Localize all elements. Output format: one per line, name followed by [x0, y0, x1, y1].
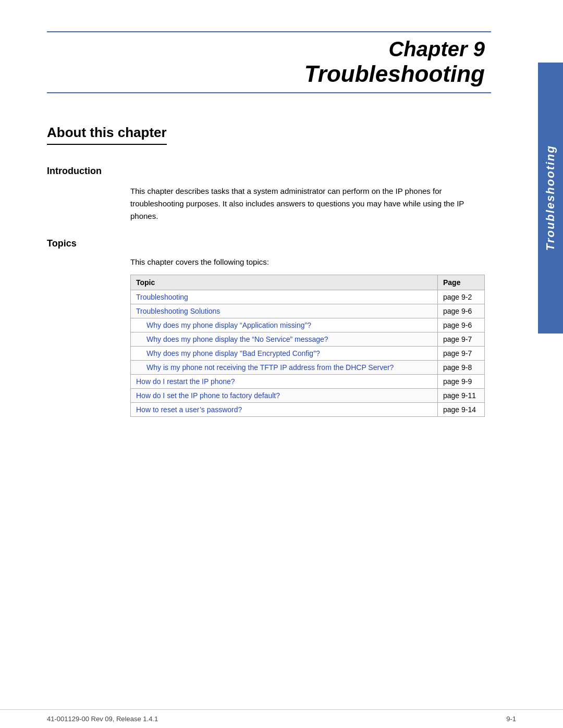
table-cell-page: page 9-7 — [438, 347, 485, 361]
top-rule — [47, 31, 491, 32]
topics-heading: Topics — [47, 238, 516, 249]
table-cell-topic[interactable]: Troubleshooting Solutions — [131, 304, 438, 318]
table-row: Why does my phone display “Application m… — [131, 318, 485, 332]
footer: 41-001129-00 Rev 09, Release 1.4.1 9-1 — [0, 709, 563, 728]
col-header-topic: Topic — [131, 275, 438, 290]
table-row: Troubleshootingpage 9-2 — [131, 290, 485, 304]
table-cell-page: page 9-14 — [438, 403, 485, 417]
table-row: How do I set the IP phone to factory def… — [131, 389, 485, 403]
footer-left: 41-001129-00 Rev 09, Release 1.4.1 — [47, 715, 158, 723]
table-cell-topic[interactable]: Why is my phone not receiving the TFTP I… — [131, 361, 438, 375]
table-cell-page: page 9-7 — [438, 332, 485, 347]
table-header-row: Topic Page — [131, 275, 485, 290]
table-cell-topic[interactable]: Why does my phone display "Bad Encrypted… — [131, 347, 438, 361]
table-row: Why is my phone not receiving the TFTP I… — [131, 361, 485, 375]
table-cell-topic[interactable]: Troubleshooting — [131, 290, 438, 304]
table-cell-topic[interactable]: Why does my phone display the “No Servic… — [131, 332, 438, 347]
topics-intro: This chapter covers the following topics… — [130, 257, 485, 266]
table-cell-topic[interactable]: How to reset a user’s password? — [131, 403, 438, 417]
bottom-rule — [47, 92, 491, 93]
topics-table: Topic Page Troubleshootingpage 9-2Troubl… — [130, 275, 485, 417]
table-row: How to reset a user’s password?page 9-14 — [131, 403, 485, 417]
table-cell-page: page 9-6 — [438, 304, 485, 318]
about-chapter-heading: About this chapter — [47, 125, 167, 145]
page-container: Troubleshooting Chapter 9 Troubleshootin… — [0, 0, 563, 728]
table-cell-page: page 9-8 — [438, 361, 485, 375]
table-cell-page: page 9-9 — [438, 375, 485, 389]
table-row: How do I restart the IP phone?page 9-9 — [131, 375, 485, 389]
introduction-heading: Introduction — [47, 166, 516, 177]
table-row: Troubleshooting Solutionspage 9-6 — [131, 304, 485, 318]
introduction-body: This chapter describes tasks that a syst… — [130, 185, 485, 223]
chapter-heading: Chapter 9 Troubleshooting — [47, 38, 485, 87]
topics-section: Topics This chapter covers the following… — [47, 238, 516, 417]
table-cell-topic[interactable]: How do I set the IP phone to factory def… — [131, 389, 438, 403]
table-cell-topic[interactable]: Why does my phone display “Application m… — [131, 318, 438, 332]
footer-right: 9-1 — [506, 715, 516, 723]
table-row: Why does my phone display "Bad Encrypted… — [131, 347, 485, 361]
table-cell-topic[interactable]: How do I restart the IP phone? — [131, 375, 438, 389]
main-content: Chapter 9 Troubleshooting About this cha… — [0, 0, 563, 709]
side-tab: Troubleshooting — [538, 63, 563, 334]
chapter-title: Troubleshooting — [47, 61, 485, 87]
chapter-number: Chapter 9 — [47, 38, 485, 61]
side-tab-text: Troubleshooting — [544, 145, 557, 251]
table-cell-page: page 9-2 — [438, 290, 485, 304]
col-header-page: Page — [438, 275, 485, 290]
table-row: Why does my phone display the “No Servic… — [131, 332, 485, 347]
table-cell-page: page 9-11 — [438, 389, 485, 403]
table-cell-page: page 9-6 — [438, 318, 485, 332]
